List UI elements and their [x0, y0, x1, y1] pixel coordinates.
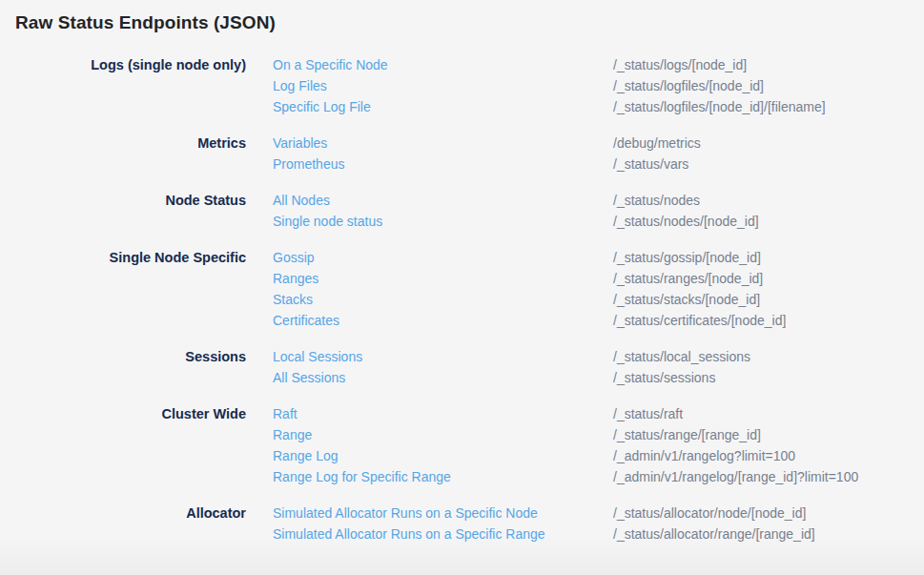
endpoint-path: /_status/allocator/range/[range_id] [613, 524, 924, 544]
endpoint-group-sessions: Sessions Local Sessions /_status/local_s… [0, 346, 924, 388]
endpoint-row: Ranges /_status/ranges/[node_id] [273, 268, 924, 289]
endpoint-link[interactable]: On a Specific Node [273, 54, 586, 75]
endpoint-group-node-status: Node Status All Nodes /_status/nodes Sin… [0, 190, 924, 232]
endpoint-link[interactable]: Prometheus [273, 154, 586, 175]
endpoint-path: /_status/certificates/[node_id] [613, 310, 924, 331]
endpoint-link[interactable]: Simulated Allocator Runs on a Specific N… [273, 503, 586, 524]
endpoint-link[interactable]: Range Log for Specific Range [273, 466, 586, 487]
endpoint-row: Stacks /_status/stacks/[node_id] [273, 289, 924, 310]
endpoint-path: /_status/raft [613, 403, 924, 424]
endpoint-path: /_status/stacks/[node_id] [613, 289, 924, 310]
endpoint-link[interactable]: Gossip [273, 247, 586, 268]
endpoint-link[interactable]: Ranges [273, 268, 586, 289]
endpoint-path: /_status/vars [613, 154, 924, 175]
endpoint-link[interactable]: Variables [273, 133, 586, 154]
endpoint-path: /_status/gossip/[node_id] [613, 247, 924, 268]
endpoint-path: /_admin/v1/rangelog/[range_id]?limit=100 [613, 466, 924, 487]
endpoint-link[interactable]: Stacks [273, 289, 586, 310]
endpoint-group-cluster-wide: Cluster Wide Raft /_status/raft Range /_… [0, 403, 924, 487]
endpoint-row: Local Sessions /_status/local_sessions [273, 346, 924, 367]
endpoint-path: /_status/range/[range_id] [613, 424, 924, 445]
endpoint-path: /_status/logfiles/[node_id] [613, 75, 924, 96]
endpoint-row: Log Files /_status/logfiles/[node_id] [273, 75, 924, 96]
endpoint-link[interactable]: Range Log [273, 445, 586, 466]
endpoints-list: Logs (single node only) On a Specific No… [0, 54, 924, 544]
category-label: Sessions [0, 346, 246, 388]
endpoint-group-metrics: Metrics Variables /debug/metrics Prometh… [0, 133, 924, 175]
endpoint-row: All Sessions /_status/sessions [273, 367, 924, 388]
endpoint-group-allocator: Allocator Simulated Allocator Runs on a … [0, 503, 924, 544]
endpoint-group-single-node-specific: Single Node Specific Gossip /_status/gos… [0, 247, 924, 331]
endpoint-link[interactable]: Log Files [273, 75, 586, 96]
endpoint-path: /_status/logs/[node_id] [613, 54, 924, 75]
endpoint-path: /_status/sessions [613, 367, 924, 388]
endpoint-path: /_status/local_sessions [613, 346, 924, 367]
endpoint-row: Specific Log File /_status/logfiles/[nod… [273, 96, 924, 117]
endpoint-row: Range Log /_admin/v1/rangelog?limit=100 [273, 445, 924, 466]
endpoint-path: /_status/ranges/[node_id] [613, 268, 924, 289]
endpoint-path: /_status/allocator/node/[node_id] [613, 503, 924, 524]
category-label: Allocator [0, 503, 246, 544]
endpoint-link[interactable]: Single node status [273, 211, 586, 232]
endpoint-row: Raft /_status/raft [273, 403, 924, 424]
category-label: Single Node Specific [0, 247, 246, 331]
endpoint-row: Single node status /_status/nodes/[node_… [273, 211, 924, 232]
endpoint-row: Range Log for Specific Range /_admin/v1/… [273, 466, 924, 487]
endpoint-path: /_status/nodes [613, 190, 924, 211]
endpoint-link[interactable]: Certificates [273, 310, 586, 331]
endpoint-path: /debug/metrics [613, 133, 924, 154]
endpoint-row: Simulated Allocator Runs on a Specific R… [273, 524, 924, 544]
category-label: Node Status [0, 190, 246, 232]
endpoint-row: Prometheus /_status/vars [273, 154, 924, 175]
category-label: Cluster Wide [0, 403, 246, 487]
endpoint-link[interactable]: Local Sessions [273, 346, 586, 367]
page-title: Raw Status Endpoints (JSON) [0, 0, 924, 33]
endpoint-row: Gossip /_status/gossip/[node_id] [273, 247, 924, 268]
endpoint-row: On a Specific Node /_status/logs/[node_i… [273, 54, 924, 75]
endpoint-link[interactable]: Raft [273, 403, 586, 424]
category-label: Metrics [0, 133, 246, 175]
endpoint-path: /_status/nodes/[node_id] [613, 211, 924, 232]
category-label: Logs (single node only) [0, 54, 246, 117]
endpoint-link[interactable]: Range [273, 424, 586, 445]
endpoint-row: Variables /debug/metrics [273, 133, 924, 154]
endpoint-link[interactable]: All Sessions [273, 367, 586, 388]
endpoint-link[interactable]: Specific Log File [273, 96, 586, 117]
endpoint-row: Certificates /_status/certificates/[node… [273, 310, 924, 331]
endpoint-link[interactable]: Simulated Allocator Runs on a Specific R… [273, 524, 586, 544]
endpoint-path: /_admin/v1/rangelog?limit=100 [613, 445, 924, 466]
endpoint-group-logs: Logs (single node only) On a Specific No… [0, 54, 924, 117]
endpoint-row: All Nodes /_status/nodes [273, 190, 924, 211]
endpoint-row: Simulated Allocator Runs on a Specific N… [273, 503, 924, 524]
endpoint-path: /_status/logfiles/[node_id]/[filename] [613, 96, 924, 117]
endpoint-row: Range /_status/range/[range_id] [273, 424, 924, 445]
endpoint-link[interactable]: All Nodes [273, 190, 586, 211]
